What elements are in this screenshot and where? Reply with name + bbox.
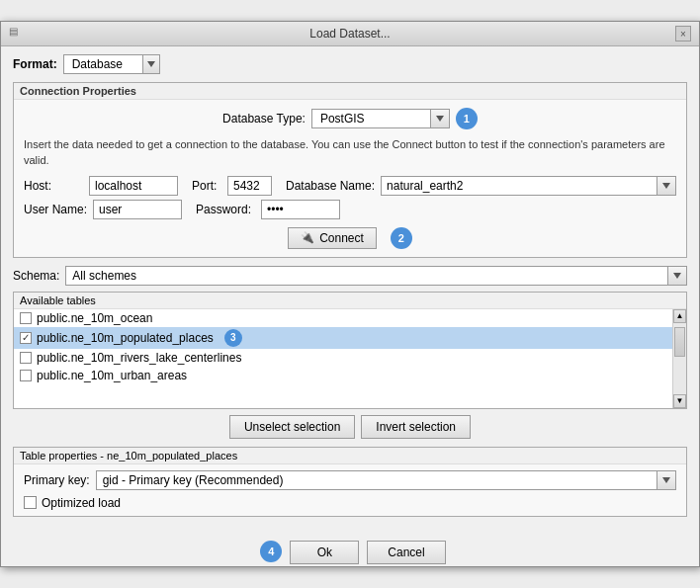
primary-key-row: Primary key: gid - Primary key (Recommen… (24, 470, 676, 490)
host-label: Host: (24, 179, 83, 193)
optimized-load-row: Optimized load (24, 496, 676, 510)
badge-2: 2 (391, 227, 412, 249)
connect-row: 🔌 Connect 2 (24, 227, 676, 249)
scrollbar[interactable]: ▲ ▼ (672, 309, 686, 408)
host-input[interactable] (89, 176, 178, 196)
connection-fields: Host: Port: Database Name: U (24, 176, 676, 219)
connection-properties-title: Connection Properties (14, 83, 686, 100)
port-input[interactable] (227, 176, 272, 196)
optimized-load-checkbox[interactable] (24, 496, 37, 509)
chevron-down-icon (147, 61, 155, 67)
schema-dropdown-btn[interactable] (667, 266, 687, 286)
chevron-down-icon (436, 116, 444, 122)
db-type-value[interactable]: PostGIS (311, 109, 430, 128)
pk-dropdown-btn[interactable] (656, 470, 676, 490)
scroll-up-btn[interactable]: ▲ (673, 309, 686, 323)
pk-label: Primary key: (24, 473, 90, 487)
app-icon: ▤ (9, 26, 25, 42)
available-tables-box: Available tables public.ne_10m_ocean ✓ p… (13, 292, 687, 409)
table-properties-content: Primary key: gid - Primary key (Recommen… (14, 464, 686, 516)
db-name-input[interactable] (381, 176, 656, 196)
titlebar: ▤ Load Dataset... × (1, 22, 699, 46)
chevron-down-icon (673, 273, 681, 279)
connection-properties-content: Database Type: PostGIS 1 Insert the data… (14, 100, 686, 257)
invert-selection-button[interactable]: Invert selection (361, 415, 471, 439)
schema-row: Schema: All schemes (13, 266, 687, 286)
table-row[interactable]: public.ne_10m_rivers_lake_centerlines (14, 349, 672, 367)
table-row[interactable]: ✓ public.ne_10m_populated_places 3 (14, 327, 672, 349)
connection-info-text: Insert the data needed to get a connecti… (24, 137, 676, 168)
connect-button[interactable]: 🔌 Connect (288, 227, 377, 249)
db-name-dropdown-btn[interactable] (656, 176, 676, 196)
chevron-down-icon (662, 183, 670, 189)
main-content: Format: Database Connection Properties D… (1, 46, 699, 535)
table-name-4: public.ne_10m_urban_areas (37, 369, 187, 382)
badge-4: 4 (260, 541, 282, 562)
chevron-down-icon (662, 477, 670, 483)
tables-list-inner: public.ne_10m_ocean ✓ public.ne_10m_popu… (14, 309, 686, 384)
cancel-button[interactable]: Cancel (367, 541, 445, 564)
format-dropdown-btn[interactable] (142, 54, 160, 74)
db-name-label: Database Name: (286, 179, 375, 193)
selection-buttons: Unselect selection Invert selection (13, 415, 687, 439)
connection-properties-group: Connection Properties Database Type: Pos… (13, 82, 687, 258)
table-properties-box: Table properties - ne_10m_populated_plac… (13, 447, 687, 517)
password-label: Password: (196, 203, 255, 216)
badge-1: 1 (456, 108, 478, 129)
table-row[interactable]: public.ne_10m_urban_areas (14, 367, 672, 384)
username-input[interactable] (93, 200, 182, 219)
available-tables-title: Available tables (14, 293, 686, 309)
scroll-down-btn[interactable]: ▼ (673, 394, 686, 408)
table-name-3: public.ne_10m_rivers_lake_centerlines (37, 351, 241, 365)
table-name-1: public.ne_10m_ocean (37, 311, 152, 325)
table-checkbox-2[interactable]: ✓ (20, 332, 32, 344)
db-type-select: PostGIS (311, 109, 450, 128)
bottom-buttons: 4 Ok Cancel (1, 535, 699, 566)
scrollbar-track (673, 323, 686, 394)
load-dataset-dialog: ▤ Load Dataset... × Format: Database Con… (0, 21, 700, 567)
host-port-dbname-row: Host: Port: Database Name: (24, 176, 676, 196)
schema-value[interactable]: All schemes (65, 266, 667, 286)
db-type-row: Database Type: PostGIS 1 (24, 108, 676, 129)
optimized-load-label: Optimized load (42, 496, 121, 510)
format-select-container: Database (63, 54, 160, 74)
pk-value[interactable]: gid - Primary key (Recommended) (96, 470, 656, 490)
table-checkbox-1[interactable] (20, 312, 32, 324)
scrollbar-thumb[interactable] (674, 327, 685, 357)
schema-label: Schema: (13, 269, 59, 283)
db-type-dropdown-btn[interactable] (430, 109, 450, 128)
table-name-2: public.ne_10m_populated_places (37, 331, 214, 345)
badge-3: 3 (224, 329, 242, 347)
table-checkbox-3[interactable] (20, 352, 32, 364)
format-row: Format: Database (13, 54, 687, 74)
plug-icon: 🔌 (301, 231, 314, 244)
window-title: Load Dataset... (25, 27, 675, 41)
close-button[interactable]: × (675, 26, 691, 42)
table-row[interactable]: public.ne_10m_ocean (14, 309, 672, 327)
connect-label: Connect (319, 231, 364, 245)
format-label: Format: (13, 57, 57, 71)
username-password-row: User Name: Password: (24, 200, 676, 219)
table-checkbox-4[interactable] (20, 370, 32, 381)
format-select-value[interactable]: Database (63, 54, 142, 74)
schema-select: All schemes (65, 266, 687, 286)
table-properties-title: Table properties - ne_10m_populated_plac… (14, 448, 686, 464)
db-type-label: Database Type: (222, 112, 306, 126)
pk-select: gid - Primary key (Recommended) (96, 470, 676, 490)
unselect-selection-button[interactable]: Unselect selection (229, 415, 355, 439)
ok-button[interactable]: Ok (290, 541, 359, 564)
port-label: Port: (192, 179, 221, 193)
password-input[interactable] (261, 200, 340, 219)
tables-list[interactable]: public.ne_10m_ocean ✓ public.ne_10m_popu… (14, 309, 686, 408)
username-label: User Name: (24, 203, 87, 216)
